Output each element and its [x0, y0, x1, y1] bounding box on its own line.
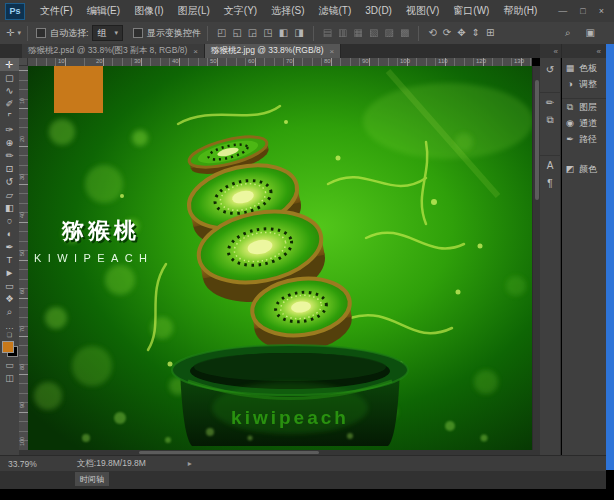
3d-scale-icon[interactable]: ⊞ — [486, 22, 494, 44]
menu-item[interactable]: 滤镜(T) — [312, 0, 359, 22]
tool-preset-caret-icon[interactable]: ▾ — [17, 29, 21, 37]
layers-panel-icon: ⧉ — [565, 102, 575, 113]
panel-label: 路径 — [579, 133, 597, 146]
ruler-label: 20 — [19, 136, 25, 142]
tab-label: 猕猴桃2.jpg @ 33.8%(RGB/8) — [211, 45, 324, 57]
screen-mode-icon[interactable]: ◫ — [5, 373, 14, 383]
menu-item[interactable]: 窗口(W) — [446, 0, 496, 22]
distribute-h-center-icon[interactable]: ▨ — [384, 22, 393, 44]
distribute-left-icon[interactable]: ▧ — [369, 22, 378, 44]
distribute-top-icon[interactable]: ▤ — [323, 22, 332, 44]
pen-tool[interactable]: ✒ — [0, 240, 19, 253]
lasso-tool[interactable]: ∿ — [0, 84, 19, 97]
crop-tool[interactable]: ⌜ — [0, 110, 19, 123]
canvas-viewport[interactable]: 猕猴桃 猕猴桃 KIWIPEACH kiwipeach — [28, 66, 532, 450]
menu-item[interactable]: 图像(I) — [127, 0, 170, 22]
distribute-right-icon[interactable]: ▩ — [400, 22, 409, 44]
panel-button-color[interactable]: ◩颜色 — [562, 161, 606, 177]
align-bottom-icon[interactable]: ◨ — [294, 22, 303, 44]
eyedropper-tool[interactable]: ✑ — [0, 123, 19, 136]
scrollbar-thumb[interactable] — [535, 80, 539, 200]
close-tab-icon[interactable]: × — [193, 47, 198, 56]
clone-source-panel-icon[interactable]: ⧉ — [540, 111, 561, 129]
edit-toolbar-icon[interactable]: … — [5, 321, 14, 331]
menu-item[interactable]: 帮助(H) — [496, 0, 544, 22]
status-menu-arrow-icon[interactable]: ▸ — [188, 459, 192, 468]
dodge-tool[interactable]: ◐ — [0, 227, 19, 240]
brush-presets-panel-icon[interactable]: ✏ — [540, 92, 561, 111]
zoom-level-field[interactable]: 33.79% — [8, 459, 37, 469]
rectangular-marquee-tool[interactable]: ▢ — [0, 71, 19, 84]
blur-tool[interactable]: ○ — [0, 214, 19, 227]
workspace-switcher-icon[interactable]: ▣ — [586, 22, 595, 44]
ruler-label: 60 — [248, 58, 255, 64]
close-tab-icon[interactable]: × — [330, 47, 335, 56]
collapse-panels-icon[interactable]: « — [554, 47, 558, 56]
3d-slide-icon[interactable]: ⇕ — [472, 22, 480, 44]
show-transform-checkbox[interactable] — [133, 28, 143, 38]
align-h-center-icon[interactable]: ◱ — [232, 22, 241, 44]
panel-button-swatches[interactable]: ▦色板 — [562, 60, 606, 76]
timeline-panel-tab[interactable]: 时间轴 — [75, 472, 109, 486]
panel-button-adjustments[interactable]: ◑调整 — [562, 76, 606, 92]
search-icon[interactable]: ⌕ — [565, 22, 571, 44]
history-panel-icon[interactable]: ↺ — [540, 60, 561, 78]
panel-button-channels[interactable]: ◉通道 — [562, 115, 606, 131]
align-v-center-icon[interactable]: ◧ — [279, 22, 288, 44]
kiwi-poster: 猕猴桃 猕猴桃 KIWIPEACH kiwipeach — [28, 66, 532, 450]
maximize-button[interactable]: □ — [580, 0, 585, 22]
collapse-panels-icon[interactable]: « — [597, 47, 601, 56]
type-tool[interactable]: T — [0, 253, 19, 266]
menu-item[interactable]: 文件(F) — [33, 0, 80, 22]
distribute-v-center-icon[interactable]: ▥ — [338, 22, 347, 44]
move-tool-icon[interactable]: ✛ — [6, 22, 14, 44]
align-right-icon[interactable]: ◲ — [248, 22, 257, 44]
align-left-icon[interactable]: ◰ — [217, 22, 226, 44]
menu-item[interactable]: 文字(Y) — [217, 0, 264, 22]
close-button[interactable]: × — [599, 0, 604, 22]
hand-tool[interactable]: ❖ — [0, 292, 19, 305]
menu-item[interactable]: 选择(S) — [264, 0, 311, 22]
paragraph-panel-icon[interactable]: ¶ — [540, 174, 561, 192]
photoshop-window: Ps 文件(F)编辑(E)图像(I)图层(L)文字(Y)选择(S)滤镜(T)3D… — [0, 0, 614, 500]
distribute-bottom-icon[interactable]: ▦ — [354, 22, 363, 44]
quick-selection-tool[interactable]: ✐ — [0, 97, 19, 110]
minimize-button[interactable]: — — [558, 0, 567, 22]
ruler-label: 30 — [19, 174, 25, 180]
quick-mask-icon[interactable]: ▭ — [5, 360, 14, 370]
zoom-tool[interactable]: ⌕ — [0, 305, 19, 318]
panel-button-layers[interactable]: ⧉图层 — [562, 98, 606, 115]
desktop-strip — [606, 44, 614, 470]
brush-tool[interactable]: ✏ — [0, 149, 19, 162]
ruler-label: 20 — [96, 58, 103, 64]
panel-button-paths[interactable]: ✒路径 — [562, 131, 606, 147]
default-colors-icon[interactable]: ❏ — [7, 331, 12, 338]
eraser-tool[interactable]: ▱ — [0, 188, 19, 201]
menu-bar-items: 文件(F)编辑(E)图像(I)图层(L)文字(Y)选择(S)滤镜(T)3D(D)… — [33, 0, 544, 22]
character-panel-icon[interactable]: A — [540, 155, 561, 174]
menu-item[interactable]: 图层(L) — [171, 0, 217, 22]
menu-item[interactable]: 编辑(E) — [80, 0, 127, 22]
document-tab[interactable]: 猕猴桃2.psd @ 33.8%(图3 副本 8, RGB/8)× — [22, 44, 205, 58]
move-tool[interactable]: ✛ — [0, 58, 19, 71]
3d-rotate-icon[interactable]: ⟲ — [428, 22, 436, 44]
clone-stamp-tool[interactable]: ⊡ — [0, 162, 19, 175]
path-selection-tool[interactable]: ► — [0, 266, 19, 279]
auto-select-dropdown[interactable]: 组 ▾ — [92, 25, 123, 41]
auto-select-checkbox[interactable] — [36, 28, 46, 38]
history-brush-tool[interactable]: ↺ — [0, 175, 19, 188]
chevron-down-icon: ▾ — [114, 29, 118, 37]
scrollbar-thumb[interactable] — [139, 451, 319, 454]
document-tab[interactable]: 猕猴桃2.jpg @ 33.8%(RGB/8)× — [205, 44, 341, 58]
healing-brush-tool[interactable]: ⊕ — [0, 136, 19, 149]
color-panel-icon: ◩ — [565, 164, 575, 174]
menu-item[interactable]: 视图(V) — [399, 0, 446, 22]
3d-roll-icon[interactable]: ⟳ — [443, 22, 451, 44]
menu-item[interactable]: 3D(D) — [358, 0, 399, 22]
rectangle-tool[interactable]: ▭ — [0, 279, 19, 292]
align-top-icon[interactable]: ◳ — [263, 22, 272, 44]
3d-pan-icon[interactable]: ✥ — [457, 22, 465, 44]
foreground-color-swatch[interactable] — [2, 341, 14, 353]
window-controls: — □ × — [558, 0, 614, 22]
gradient-tool[interactable]: ◧ — [0, 201, 19, 214]
